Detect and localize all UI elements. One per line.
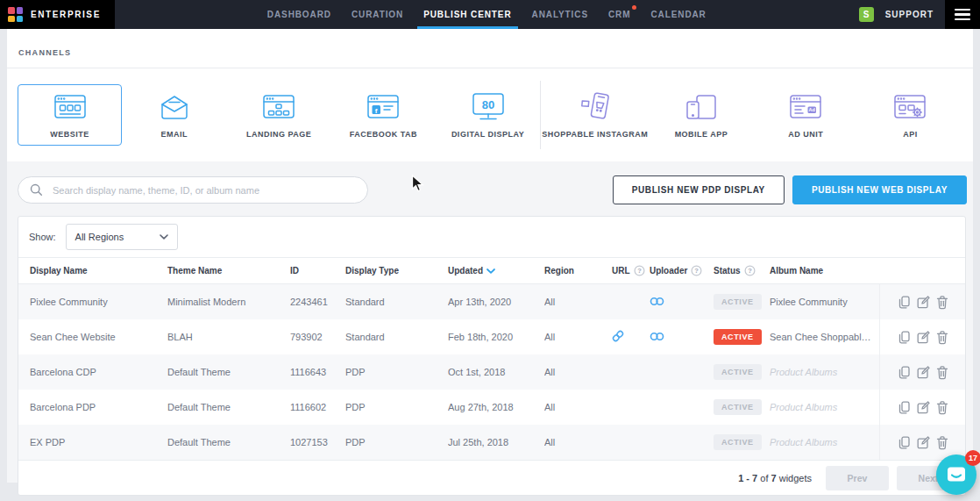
channel-label: AD UNIT bbox=[788, 130, 823, 139]
column-header-label: Theme Name bbox=[167, 266, 222, 276]
user-avatar[interactable]: S bbox=[859, 7, 874, 22]
url-link-icon[interactable] bbox=[612, 330, 624, 342]
cell-text: PDP bbox=[345, 367, 366, 377]
column-header-updated[interactable]: Updated bbox=[448, 266, 544, 276]
channel-api[interactable]: API bbox=[858, 84, 962, 146]
delete-icon[interactable] bbox=[935, 365, 949, 380]
channel-label: FACEBOOK TAB bbox=[350, 130, 417, 139]
table-row[interactable]: Pixlee CommunityMinimalist Modern2243461… bbox=[18, 284, 965, 319]
column-header-album-name[interactable]: Album Name bbox=[770, 266, 879, 276]
cell-text: Standard bbox=[345, 332, 385, 342]
duplicate-icon[interactable] bbox=[897, 435, 912, 450]
table-row[interactable]: EX PDPDefault Theme1027153PDPJul 25th, 2… bbox=[18, 425, 965, 460]
pixlee-logo-icon bbox=[8, 7, 23, 22]
nav-item-label: CRM bbox=[608, 10, 630, 19]
landing-page-icon bbox=[263, 92, 295, 122]
menu-icon[interactable] bbox=[945, 0, 980, 29]
table-header-row: Display NameTheme NameIDDisplay TypeUpda… bbox=[18, 258, 965, 284]
cell-updated: Jul 25th, 2018 bbox=[448, 437, 544, 447]
table-row[interactable]: Barcelona CDPDefault Theme1116643PDPOct … bbox=[18, 354, 965, 390]
delete-icon[interactable] bbox=[935, 435, 949, 450]
table-row[interactable]: Barcelona PDPDefault Theme1116602PDPAug … bbox=[18, 390, 965, 425]
search-box[interactable] bbox=[18, 176, 368, 204]
region-filter-value: All Regions bbox=[75, 232, 124, 242]
cell-album-name: Product Albums bbox=[770, 402, 879, 412]
cell-text: 1027153 bbox=[290, 437, 328, 447]
nav-item-label: PUBLISH CENTER bbox=[423, 10, 511, 19]
channel-ad-unit[interactable]: Ad AD UNIT bbox=[754, 84, 858, 146]
cell-uploader bbox=[650, 297, 714, 308]
column-header-status[interactable]: Status? bbox=[714, 265, 770, 276]
nav-item-curation[interactable]: CURATION bbox=[345, 0, 409, 29]
cell-text: PDP bbox=[345, 437, 366, 447]
brand[interactable]: ENTERPRISE bbox=[0, 0, 115, 29]
column-header-id[interactable]: ID bbox=[290, 266, 345, 276]
column-header-display-type[interactable]: Display Type bbox=[345, 266, 448, 276]
active-tab-underline bbox=[417, 26, 517, 29]
search-input[interactable] bbox=[51, 184, 356, 197]
channel-mobile-app[interactable]: MOBILE APP bbox=[649, 84, 753, 146]
delete-icon[interactable] bbox=[935, 330, 949, 345]
edit-icon[interactable] bbox=[916, 330, 931, 345]
nav-item-analytics[interactable]: ANALYTICS bbox=[526, 0, 594, 29]
column-header-theme-name[interactable]: Theme Name bbox=[167, 266, 290, 276]
column-header-display-name[interactable]: Display Name bbox=[30, 266, 167, 276]
column-header-uploader[interactable]: Uploader? bbox=[650, 265, 714, 276]
duplicate-icon[interactable] bbox=[897, 330, 912, 345]
ad-unit-icon: Ad bbox=[790, 92, 821, 122]
help-icon[interactable]: ? bbox=[634, 265, 645, 276]
nav-item-crm[interactable]: CRM bbox=[602, 0, 636, 29]
prev-button[interactable]: Prev bbox=[826, 466, 889, 490]
delete-icon[interactable] bbox=[935, 295, 949, 310]
cell-text: All bbox=[544, 332, 555, 342]
cell-display-type: PDP bbox=[345, 437, 448, 447]
cell-text: Barcelona PDP bbox=[30, 402, 96, 412]
duplicate-icon[interactable] bbox=[897, 365, 912, 380]
nav-item-dashboard[interactable]: DASHBOARD bbox=[261, 0, 337, 29]
channel-landing-page[interactable]: LANDING PAGE bbox=[226, 84, 330, 146]
duplicate-icon[interactable] bbox=[897, 400, 912, 415]
row-actions bbox=[879, 390, 965, 425]
cell-album-name: Pixlee Community bbox=[770, 297, 879, 307]
cell-text: 793902 bbox=[290, 332, 323, 342]
cell-text: PDP bbox=[345, 402, 366, 412]
edit-icon[interactable] bbox=[916, 400, 931, 415]
channel-shoppable-instagram[interactable]: SHOPPABLE INSTAGRAM bbox=[541, 84, 649, 146]
uploader-link-icon[interactable] bbox=[650, 297, 664, 306]
channel-email[interactable]: EMAIL bbox=[122, 84, 226, 146]
column-header-region[interactable]: Region bbox=[544, 266, 612, 276]
nav-item-publish-center[interactable]: PUBLISH CENTER bbox=[417, 0, 517, 29]
edit-icon[interactable] bbox=[916, 295, 931, 310]
top-navigation: ENTERPRISE DASHBOARDCURATIONPUBLISH CENT… bbox=[0, 0, 980, 29]
edit-icon[interactable] bbox=[916, 435, 931, 450]
column-header-url[interactable]: URL? bbox=[612, 265, 650, 276]
cell-album-name: Sean Chee Shoppable ... bbox=[770, 332, 879, 342]
cell-album-name: Product Albums bbox=[770, 437, 879, 447]
support-link[interactable]: SUPPORT bbox=[885, 10, 934, 19]
main-nav: DASHBOARDCURATIONPUBLISH CENTERANALYTICS… bbox=[115, 0, 859, 29]
help-icon[interactable]: ? bbox=[691, 265, 702, 276]
edit-icon[interactable] bbox=[916, 365, 931, 380]
column-header-label: Uploader bbox=[650, 266, 687, 276]
column-header-label: Display Name bbox=[30, 266, 88, 276]
publish-new-pdp-display-button[interactable]: PUBLISH NEW PDP DISPLAY bbox=[613, 175, 785, 204]
publish-new-web-display-button[interactable]: PUBLISH NEW WEB DISPLAY bbox=[792, 175, 967, 204]
help-icon[interactable]: ? bbox=[744, 265, 756, 276]
cell-text: Apr 13th, 2020 bbox=[448, 297, 511, 307]
mobile-app-icon bbox=[685, 92, 718, 122]
email-icon bbox=[160, 92, 189, 122]
cell-text: Sean Chee Website bbox=[30, 332, 116, 342]
channel-website[interactable]: WEBSITE bbox=[18, 84, 122, 146]
delete-icon[interactable] bbox=[935, 400, 949, 415]
cell-text: Default Theme bbox=[167, 402, 231, 412]
cell-text: Pixlee Community bbox=[30, 297, 108, 307]
table-row[interactable]: Sean Chee WebsiteBLAH793902StandardFeb 1… bbox=[18, 319, 965, 354]
svg-text:?: ? bbox=[748, 267, 752, 275]
uploader-link-icon[interactable] bbox=[650, 332, 664, 341]
cell-text: Aug 27th, 2018 bbox=[448, 402, 514, 412]
channel-digital-display[interactable]: 80 DIGITAL DISPLAY bbox=[436, 84, 540, 146]
channel-facebook-tab[interactable]: f FACEBOOK TAB bbox=[331, 84, 436, 146]
region-filter-dropdown[interactable]: All Regions bbox=[66, 224, 178, 250]
duplicate-icon[interactable] bbox=[897, 295, 912, 310]
nav-item-calendar[interactable]: CALENDAR bbox=[644, 0, 712, 29]
